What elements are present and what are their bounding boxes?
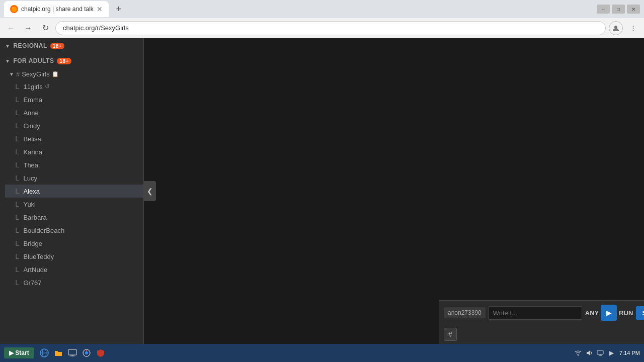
sidebar-item-label: Anne (23, 109, 38, 117)
sidebar-item-label: Belisa (23, 135, 41, 143)
sidebar-item-karina[interactable]: LKarina (5, 145, 143, 158)
taskbar-icons (38, 347, 107, 359)
system-time: 7:14 PM (619, 350, 640, 356)
corner-icon: L (15, 148, 19, 156)
regional-arrow-icon: ▼ (5, 43, 10, 49)
sidebar-item-bridge[interactable]: LBridge (5, 237, 143, 250)
network-icon (574, 349, 582, 357)
main-content: ▼ REGIONAL 18+ ▼ FOR ADULTS 18+ ▼ # Sexy… (0, 38, 644, 344)
profile-button[interactable] (609, 21, 623, 35)
for-adults-arrow-icon: ▼ (5, 58, 10, 64)
back-button[interactable]: ← (4, 21, 18, 35)
browser-titlebar: 🟠 chatpic.org | share and talk ✕ + – □ ✕ (0, 0, 644, 18)
corner-icon: L (15, 279, 19, 287)
hashtag-button[interactable]: # (444, 328, 457, 341)
send-button[interactable]: SEND (636, 306, 644, 320)
forward-button[interactable]: → (21, 21, 35, 35)
center-panel: ❮ (144, 38, 439, 344)
browser-toolbar: ← → ↻ chatpic.org/r/SexyGirls ⋮ (0, 18, 644, 38)
svg-rect-11 (597, 350, 603, 354)
for-adults-badge: 18+ (57, 58, 71, 64)
item-extra-icon: ↺ (45, 83, 50, 90)
browser-frame: 🟠 chatpic.org | share and talk ✕ + – □ ✕… (0, 0, 644, 362)
window-controls: – □ ✕ (597, 5, 640, 14)
corner-icon: L (15, 226, 19, 234)
corner-icon: L (15, 109, 19, 117)
sidebar-item-label: Thea (23, 161, 38, 169)
corner-icon: L (15, 187, 19, 195)
corner-icon: L (15, 96, 19, 104)
channel-copy-icon: 📋 (52, 71, 59, 77)
anyrun-run-text: RUN (619, 309, 633, 317)
section-regional[interactable]: ▼ REGIONAL 18+ (0, 38, 143, 53)
taskbar-ie-icon[interactable] (38, 347, 50, 359)
sidebar-item-label: Emma (23, 96, 42, 104)
hash-icon: # (16, 70, 20, 78)
new-tab-button[interactable]: + (112, 2, 126, 16)
sidebar-item-belisa[interactable]: LBelisa (5, 132, 143, 145)
taskbar-chrome-icon[interactable] (80, 347, 93, 359)
channel-arrow-icon: ▼ (9, 71, 14, 77)
sidebar-item-label: Lucy (23, 174, 37, 182)
sub-items-container: L11girls↺LEmmaLAnneLCindyLBelisaLKarinaL… (5, 80, 143, 289)
sidebar-item-label: 11girls (23, 83, 42, 90)
sidebar-item-11girls[interactable]: L11girls↺ (5, 80, 143, 93)
sidebar-item-lucy[interactable]: LLucy (5, 171, 143, 185)
close-button[interactable]: ✕ (627, 5, 640, 14)
taskbar-monitor-icon[interactable] (66, 347, 78, 359)
address-bar[interactable]: chatpic.org/r/SexyGirls (55, 21, 606, 35)
sidebar-item-cindy[interactable]: LCindy (5, 119, 143, 132)
volume-icon (585, 349, 593, 357)
browser-tab[interactable]: 🟠 chatpic.org | share and talk ✕ (4, 1, 109, 17)
sidebar-item-label: Gr767 (23, 279, 41, 287)
minimize-button[interactable]: – (597, 5, 610, 14)
hashtag-row: # (439, 325, 644, 344)
corner-icon: L (15, 161, 19, 169)
sidebar-item-label: Bridge (23, 240, 42, 247)
sidebar-item-artnude[interactable]: LArtNude (5, 263, 143, 276)
taskbar: ▶ Start (0, 344, 644, 362)
sidebar-item-anne[interactable]: LAnne (5, 106, 143, 119)
sidebar-item-thea[interactable]: LThea (5, 158, 143, 171)
tab-title: chatpic.org | share and talk (21, 6, 94, 13)
sidebar-item-emma[interactable]: LEmma (5, 93, 143, 106)
corner-icon: L (15, 239, 19, 247)
address-text: chatpic.org/r/SexyGirls (63, 24, 129, 32)
maximize-button[interactable]: □ (612, 5, 625, 14)
corner-icon: L (15, 122, 19, 130)
start-button[interactable]: ▶ Start (4, 347, 34, 358)
anyrun-logo: ANY ▶ RUN (585, 305, 633, 321)
profile-icon (612, 25, 619, 32)
sidebar-item-blueteddy[interactable]: LBlueTeddy (5, 250, 143, 263)
anyrun-play-icon: ▶ (601, 305, 617, 321)
corner-icon: L (15, 213, 19, 221)
corner-icon: L (15, 265, 19, 274)
reload-button[interactable]: ↻ (38, 21, 52, 35)
corner-icon: L (15, 252, 19, 260)
tab-close-icon[interactable]: ✕ (97, 5, 103, 13)
chat-input[interactable] (489, 306, 582, 320)
sidebar-item-alexa[interactable]: LAlexa (5, 185, 143, 198)
taskbar-folder-icon[interactable] (52, 347, 64, 359)
corner-icon: L (15, 82, 19, 90)
svg-point-10 (578, 355, 579, 356)
sidebar-item-barbara[interactable]: LBarbara (5, 211, 143, 224)
sidebar-item-gr767[interactable]: LGr767 (5, 276, 143, 289)
sidebar-item-label: ArtNude (23, 266, 47, 274)
arrow-icon: ▶ (607, 349, 615, 357)
corner-icon: L (15, 174, 19, 182)
sexygirls-channel[interactable]: ▼ # SexyGirls 📋 (5, 68, 143, 80)
regional-badge: 18+ (50, 43, 64, 49)
menu-button[interactable]: ⋮ (626, 21, 640, 35)
svg-point-7 (85, 351, 88, 354)
section-for-adults[interactable]: ▼ FOR ADULTS 18+ (0, 53, 143, 68)
taskbar-right: ▶ 7:14 PM (574, 349, 640, 357)
sidebar-toggle-button[interactable]: ❮ (144, 181, 156, 201)
corner-icon: L (15, 200, 19, 208)
sidebar-item-label: Yuki (23, 201, 36, 208)
sidebar-item-label: Alexa (23, 188, 40, 195)
taskbar-shield-icon[interactable] (95, 347, 107, 359)
regional-label: REGIONAL (13, 42, 47, 49)
sidebar-item-yuki[interactable]: LYuki (5, 198, 143, 211)
sidebar-item-boulderbeach[interactable]: LBoulderBeach (5, 224, 143, 237)
